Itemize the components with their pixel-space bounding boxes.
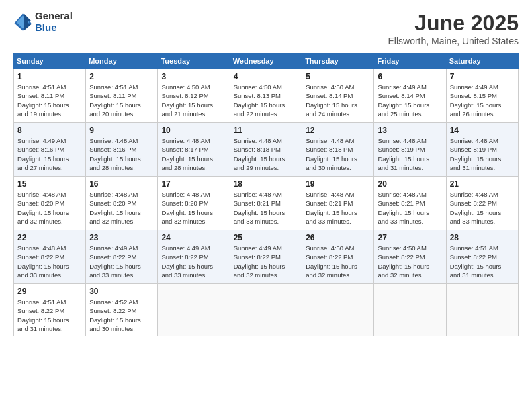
day-info: Sunrise: 4:48 AM Sunset: 8:18 PM Dayligh… (306, 136, 370, 172)
day-info: Sunrise: 4:49 AM Sunset: 8:22 PM Dayligh… (89, 244, 154, 279)
day-info: Sunrise: 4:48 AM Sunset: 8:19 PM Dayligh… (378, 136, 442, 172)
day-info: Sunrise: 4:51 AM Sunset: 8:22 PM Dayligh… (450, 244, 515, 279)
table-row: 27 Sunrise: 4:50 AM Sunset: 8:22 PM Dayl… (374, 230, 446, 284)
table-row: 6 Sunrise: 4:49 AM Sunset: 8:14 PM Dayli… (374, 69, 446, 123)
title-block: June 2025 Ellsworth, Maine, United State… (388, 11, 519, 46)
day-number: 16 (89, 179, 154, 189)
table-row: 26 Sunrise: 4:50 AM Sunset: 8:22 PM Dayl… (302, 230, 374, 284)
col-wednesday: Wednesday (230, 54, 302, 69)
logo-icon (13, 13, 32, 32)
table-row: 13 Sunrise: 4:48 AM Sunset: 8:19 PM Dayl… (374, 123, 446, 177)
calendar-header-row: Sunday Monday Tuesday Wednesday Thursday… (14, 54, 519, 69)
table-row (158, 284, 230, 336)
table-row: 7 Sunrise: 4:49 AM Sunset: 8:15 PM Dayli… (446, 69, 518, 123)
calendar-table: Sunday Monday Tuesday Wednesday Thursday… (13, 53, 519, 336)
table-row: 23 Sunrise: 4:49 AM Sunset: 8:22 PM Dayl… (86, 230, 158, 284)
day-number: 10 (161, 126, 226, 135)
day-number: 9 (89, 126, 154, 135)
table-row: 21 Sunrise: 4:48 AM Sunset: 8:22 PM Dayl… (446, 177, 518, 230)
day-number: 5 (306, 72, 370, 81)
day-number: 22 (17, 233, 82, 242)
col-saturday: Saturday (446, 54, 518, 69)
table-row: 16 Sunrise: 4:48 AM Sunset: 8:20 PM Dayl… (86, 177, 158, 230)
table-row: 30 Sunrise: 4:52 AM Sunset: 8:22 PM Dayl… (86, 284, 158, 336)
day-info: Sunrise: 4:50 AM Sunset: 8:14 PM Dayligh… (306, 83, 370, 118)
table-row: 12 Sunrise: 4:48 AM Sunset: 8:18 PM Dayl… (302, 123, 374, 177)
table-row (446, 284, 518, 336)
day-info: Sunrise: 4:50 AM Sunset: 8:13 PM Dayligh… (234, 83, 298, 118)
day-info: Sunrise: 4:49 AM Sunset: 8:15 PM Dayligh… (450, 83, 515, 118)
table-row: 4 Sunrise: 4:50 AM Sunset: 8:13 PM Dayli… (230, 69, 302, 123)
day-info: Sunrise: 4:48 AM Sunset: 8:20 PM Dayligh… (161, 190, 226, 226)
table-row: 25 Sunrise: 4:49 AM Sunset: 8:22 PM Dayl… (230, 230, 302, 284)
header: General Blue June 2025 Ellsworth, Maine,… (13, 11, 519, 46)
table-row: 1 Sunrise: 4:51 AM Sunset: 8:11 PM Dayli… (14, 69, 86, 123)
day-info: Sunrise: 4:48 AM Sunset: 8:22 PM Dayligh… (450, 190, 515, 226)
table-row: 10 Sunrise: 4:48 AM Sunset: 8:17 PM Dayl… (158, 123, 230, 177)
day-info: Sunrise: 4:48 AM Sunset: 8:22 PM Dayligh… (17, 244, 82, 279)
day-number: 20 (378, 179, 442, 189)
day-info: Sunrise: 4:48 AM Sunset: 8:18 PM Dayligh… (234, 136, 298, 172)
logo-general-text: General (35, 11, 73, 22)
day-number: 13 (378, 126, 442, 135)
day-info: Sunrise: 4:50 AM Sunset: 8:22 PM Dayligh… (378, 244, 442, 279)
day-number: 29 (17, 287, 82, 296)
day-info: Sunrise: 4:48 AM Sunset: 8:17 PM Dayligh… (161, 136, 226, 172)
day-number: 28 (450, 233, 515, 242)
day-number: 30 (89, 287, 154, 296)
col-monday: Monday (86, 54, 158, 69)
table-row: 9 Sunrise: 4:48 AM Sunset: 8:16 PM Dayli… (86, 123, 158, 177)
day-info: Sunrise: 4:49 AM Sunset: 8:22 PM Dayligh… (161, 244, 226, 279)
main-title: June 2025 (388, 11, 519, 36)
day-info: Sunrise: 4:48 AM Sunset: 8:19 PM Dayligh… (450, 136, 515, 172)
day-number: 2 (89, 72, 154, 81)
day-number: 19 (306, 179, 370, 189)
day-number: 17 (161, 179, 226, 189)
day-info: Sunrise: 4:51 AM Sunset: 8:11 PM Dayligh… (89, 83, 154, 118)
table-row: 3 Sunrise: 4:50 AM Sunset: 8:12 PM Dayli… (158, 69, 230, 123)
day-info: Sunrise: 4:48 AM Sunset: 8:16 PM Dayligh… (89, 136, 154, 172)
day-number: 26 (306, 233, 370, 242)
table-row: 19 Sunrise: 4:48 AM Sunset: 8:21 PM Dayl… (302, 177, 374, 230)
day-info: Sunrise: 4:50 AM Sunset: 8:22 PM Dayligh… (306, 244, 370, 279)
day-number: 12 (306, 126, 370, 135)
col-friday: Friday (374, 54, 446, 69)
day-info: Sunrise: 4:52 AM Sunset: 8:22 PM Dayligh… (89, 298, 154, 333)
day-number: 1 (17, 72, 82, 81)
table-row: 18 Sunrise: 4:48 AM Sunset: 8:21 PM Dayl… (230, 177, 302, 230)
day-info: Sunrise: 4:48 AM Sunset: 8:21 PM Dayligh… (378, 190, 442, 226)
col-sunday: Sunday (14, 54, 86, 69)
logo-text: General Blue (35, 11, 73, 33)
table-row: 24 Sunrise: 4:49 AM Sunset: 8:22 PM Dayl… (158, 230, 230, 284)
table-row: 17 Sunrise: 4:48 AM Sunset: 8:20 PM Dayl… (158, 177, 230, 230)
day-number: 24 (161, 233, 226, 242)
table-row: 29 Sunrise: 4:51 AM Sunset: 8:22 PM Dayl… (14, 284, 86, 336)
table-row: 20 Sunrise: 4:48 AM Sunset: 8:21 PM Dayl… (374, 177, 446, 230)
logo-blue-text: Blue (35, 22, 73, 34)
logo: General Blue (13, 11, 73, 33)
table-row (374, 284, 446, 336)
table-row (230, 284, 302, 336)
day-info: Sunrise: 4:51 AM Sunset: 8:22 PM Dayligh… (17, 298, 82, 333)
col-tuesday: Tuesday (158, 54, 230, 69)
day-info: Sunrise: 4:49 AM Sunset: 8:16 PM Dayligh… (17, 136, 82, 172)
day-info: Sunrise: 4:48 AM Sunset: 8:20 PM Dayligh… (89, 190, 154, 226)
table-row: 8 Sunrise: 4:49 AM Sunset: 8:16 PM Dayli… (14, 123, 86, 177)
table-row: 28 Sunrise: 4:51 AM Sunset: 8:22 PM Dayl… (446, 230, 518, 284)
day-number: 8 (17, 126, 82, 135)
day-number: 23 (89, 233, 154, 242)
day-number: 21 (450, 179, 515, 189)
table-row (302, 284, 374, 336)
day-info: Sunrise: 4:50 AM Sunset: 8:12 PM Dayligh… (161, 83, 226, 118)
page: General Blue June 2025 Ellsworth, Maine,… (0, 0, 532, 411)
day-number: 11 (234, 126, 298, 135)
day-info: Sunrise: 4:48 AM Sunset: 8:20 PM Dayligh… (17, 190, 82, 226)
day-number: 3 (161, 72, 226, 81)
table-row: 11 Sunrise: 4:48 AM Sunset: 8:18 PM Dayl… (230, 123, 302, 177)
day-number: 25 (234, 233, 298, 242)
table-row: 14 Sunrise: 4:48 AM Sunset: 8:19 PM Dayl… (446, 123, 518, 177)
day-number: 18 (234, 179, 298, 189)
day-info: Sunrise: 4:51 AM Sunset: 8:11 PM Dayligh… (17, 83, 82, 118)
day-info: Sunrise: 4:48 AM Sunset: 8:21 PM Dayligh… (306, 190, 370, 226)
day-number: 15 (17, 179, 82, 189)
